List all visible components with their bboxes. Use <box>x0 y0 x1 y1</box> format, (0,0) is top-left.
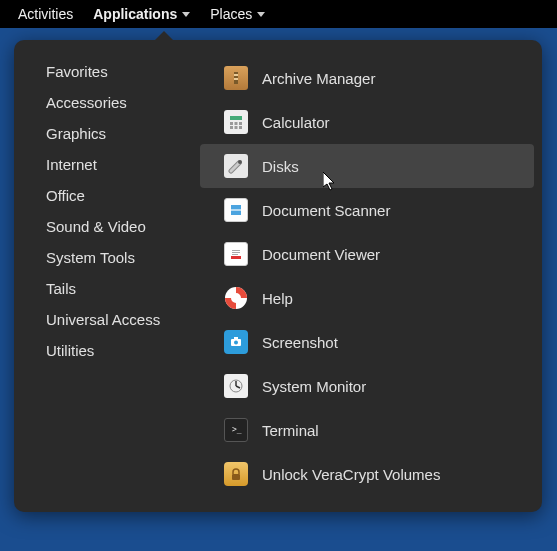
calculator-icon <box>224 110 248 134</box>
scanner-icon <box>224 198 248 222</box>
app-label: Calculator <box>262 114 330 131</box>
app-label: Screenshot <box>262 334 338 351</box>
app-label: Disks <box>262 158 299 175</box>
category-item[interactable]: Utilities <box>22 335 200 366</box>
app-list: Archive ManagerCalculatorDisksDocument S… <box>200 56 542 496</box>
category-label: Office <box>46 187 85 204</box>
svg-rect-4 <box>230 122 233 125</box>
screenshot-icon <box>224 330 248 354</box>
category-item[interactable]: Graphics <box>22 118 200 149</box>
app-item[interactable]: Screenshot <box>200 320 534 364</box>
category-item[interactable]: Favorites <box>22 56 200 87</box>
activities-label: Activities <box>18 6 73 22</box>
svg-rect-21 <box>234 337 238 339</box>
veracrypt-icon <box>224 462 248 486</box>
category-item[interactable]: Universal Access <box>22 304 200 335</box>
svg-rect-13 <box>231 256 241 259</box>
app-label: Help <box>262 290 293 307</box>
app-label: Document Viewer <box>262 246 380 263</box>
app-item[interactable]: Document Viewer <box>200 232 534 276</box>
chevron-down-icon <box>182 12 190 17</box>
svg-rect-6 <box>239 122 242 125</box>
svg-point-18 <box>231 293 241 303</box>
category-item[interactable]: Office <box>22 180 200 211</box>
svg-rect-5 <box>235 122 238 125</box>
category-label: Internet <box>46 156 97 173</box>
sysmon-icon <box>224 374 248 398</box>
category-label: Graphics <box>46 125 106 142</box>
app-item[interactable]: Help <box>200 276 534 320</box>
category-label: System Tools <box>46 249 135 266</box>
disks-icon <box>224 154 248 178</box>
app-label: System Monitor <box>262 378 366 395</box>
app-label: Archive Manager <box>262 70 375 87</box>
svg-rect-3 <box>230 116 242 120</box>
app-item[interactable]: Disks <box>200 144 534 188</box>
app-item[interactable]: Archive Manager <box>200 56 534 100</box>
applications-popup: FavoritesAccessoriesGraphicsInternetOffi… <box>14 40 542 512</box>
app-item[interactable]: Document Scanner <box>200 188 534 232</box>
svg-text:>_: >_ <box>232 425 242 434</box>
svg-rect-7 <box>230 126 233 129</box>
places-label: Places <box>210 6 252 22</box>
svg-rect-12 <box>231 209 241 211</box>
category-item[interactable]: Sound & Video <box>22 211 200 242</box>
svg-rect-14 <box>232 250 240 251</box>
category-item[interactable]: System Tools <box>22 242 200 273</box>
svg-rect-15 <box>232 252 240 253</box>
applications-label: Applications <box>93 6 177 22</box>
svg-rect-24 <box>232 474 240 480</box>
category-label: Tails <box>46 280 76 297</box>
svg-rect-9 <box>239 126 242 129</box>
app-item[interactable]: Unlock VeraCrypt Volumes <box>200 452 534 496</box>
app-label: Terminal <box>262 422 319 439</box>
activities-menu[interactable]: Activities <box>8 0 83 28</box>
terminal-icon: >_ <box>224 418 248 442</box>
category-label: Sound & Video <box>46 218 146 235</box>
category-label: Utilities <box>46 342 94 359</box>
svg-point-10 <box>238 160 242 164</box>
svg-point-20 <box>234 341 238 345</box>
svg-rect-2 <box>234 78 238 80</box>
category-label: Universal Access <box>46 311 160 328</box>
app-item[interactable]: >_Terminal <box>200 408 534 452</box>
applications-menu[interactable]: Applications <box>83 0 200 28</box>
category-list: FavoritesAccessoriesGraphicsInternetOffi… <box>14 56 200 496</box>
archive-icon <box>224 66 248 90</box>
app-label: Unlock VeraCrypt Volumes <box>262 466 440 483</box>
svg-rect-8 <box>235 126 238 129</box>
svg-rect-1 <box>234 74 238 76</box>
svg-rect-16 <box>232 254 238 255</box>
category-item[interactable]: Tails <box>22 273 200 304</box>
category-label: Accessories <box>46 94 127 111</box>
chevron-down-icon <box>257 12 265 17</box>
category-item[interactable]: Internet <box>22 149 200 180</box>
app-label: Document Scanner <box>262 202 390 219</box>
app-item[interactable]: Calculator <box>200 100 534 144</box>
app-item[interactable]: System Monitor <box>200 364 534 408</box>
help-icon <box>224 286 248 310</box>
docviewer-icon <box>224 242 248 266</box>
category-label: Favorites <box>46 63 108 80</box>
top-bar: Activities Applications Places <box>0 0 557 28</box>
places-menu[interactable]: Places <box>200 0 275 28</box>
category-item[interactable]: Accessories <box>22 87 200 118</box>
